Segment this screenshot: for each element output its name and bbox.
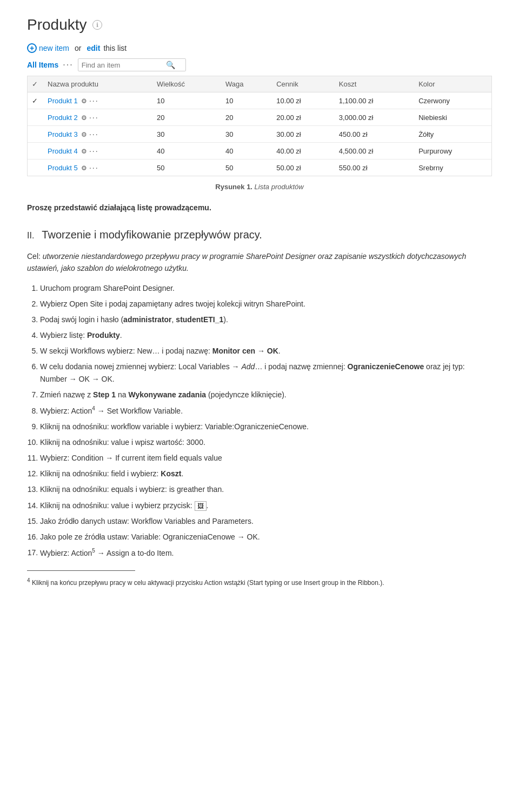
gear-icon[interactable]: ⚙ [81,114,87,122]
subheading-label: Cel: [27,252,43,261]
row-check [28,159,42,176]
toolbar: + new item or edit this list [27,43,492,53]
row-name: Produkt 3 ⚙ ··· [42,126,151,143]
new-item-label: new item [39,44,69,52]
instructions-list: Uruchom program SharePoint Designer.Wybi… [40,282,492,560]
instruction-step: Uruchom program SharePoint Designer. [40,282,492,295]
instruction-step: Podaj swój login i hasło (administrator,… [40,314,492,326]
toolbar-or-text: or [75,44,81,52]
row-kolor: Niebieski [413,109,491,126]
product-table: ✓ Nazwa produktu Wielkość Waga Cennik Ko… [28,76,491,176]
instruction-step: Wybierz: Action5 → Assign a to-do Item. [40,547,492,560]
search-input[interactable] [82,61,163,69]
gear-icon[interactable]: ⚙ [81,97,87,105]
th-koszt: Koszt [334,76,413,92]
row-name: Produkt 5 ⚙ ··· [42,159,151,176]
section-subheading: Cel: utworzenie niestandardowego przepły… [27,250,492,275]
row-koszt: 1,100.00 zł [334,92,413,109]
th-wielkosc: Wielkość [151,76,220,92]
row-check [28,109,42,126]
product-name-link[interactable]: Produkt 1 [48,97,78,105]
th-kolor: Kolor [413,76,491,92]
row-waga: 30 [220,126,271,143]
new-item-plus-icon: + [27,43,37,53]
gear-icon[interactable]: ⚙ [81,164,87,172]
th-cennik: Cennik [271,76,334,92]
instruction-step: Zmień nazwę z Step 1 na Wykonywane zadan… [40,389,492,401]
table-row: ✓ Produkt 1 ⚙ ··· 10 10 10.00 zł 1,100.0… [28,92,491,109]
row-waga: 40 [220,143,271,159]
row-cennik: 20.00 zł [271,109,334,126]
instruction-step: Wybierz: Condition → If current item fie… [40,452,492,464]
item-options-dots[interactable]: ··· [89,130,99,138]
row-waga: 10 [220,92,271,109]
product-name-link[interactable]: Produkt 4 [48,147,78,155]
th-nazwa: Nazwa produktu [42,76,151,92]
row-wielkosc: 50 [151,159,220,176]
row-koszt: 4,500.00 zł [334,143,413,159]
instruction-step: Jako źródło danych ustaw: Workflow Varia… [40,515,492,528]
row-koszt: 550.00 zł [334,159,413,176]
instruction-step: Wybierz Open Site i podaj zapamiętany ad… [40,298,492,310]
table-row: Produkt 3 ⚙ ··· 30 30 30.00 zł 450.00 zł… [28,126,491,143]
view-options-dots[interactable]: ··· [63,60,73,70]
table-caption: Rysunek 1. Lista produktów [27,183,492,191]
section-ii-row: II. Tworzenie i modyfikowanie przepływów… [27,223,492,248]
gear-icon[interactable]: ⚙ [81,131,87,138]
search-icon: 🔍 [166,61,175,69]
document-body: Proszę przedstawić działającą listę prow… [27,202,492,588]
row-cennik: 30.00 zł [271,126,334,143]
item-options-dots[interactable]: ··· [89,113,99,122]
row-wielkosc: 30 [151,126,220,143]
table-row: Produkt 5 ⚙ ··· 50 50 50.00 zł 550.00 zł… [28,159,491,176]
edit-link[interactable]: edit [86,44,100,52]
item-options-dots[interactable]: ··· [89,96,99,105]
roman-numeral: II. [27,228,34,243]
page-title: Produkty [27,16,87,34]
row-name: Produkt 1 ⚙ ··· [42,92,151,109]
row-check [28,143,42,159]
row-waga: 20 [220,109,271,126]
row-check [28,126,42,143]
new-item-link[interactable]: + new item [27,43,69,53]
row-kolor: Purpurowy [413,143,491,159]
product-name-link[interactable]: Produkt 3 [48,130,78,138]
instruction-step: W sekcji Workflows wybierz: New… i podaj… [40,345,492,357]
instruction-step: Kliknij na odnośniku: value i wybierz pr… [40,500,492,512]
subheading-text: utworzenie niestandardowego przepływu pr… [27,252,466,272]
row-kolor: Srebrny [413,159,491,176]
footnote-sup: 4 [27,577,30,583]
caption-text: Lista produktów [255,183,304,191]
info-icon[interactable]: ℹ [92,20,102,30]
all-items-button[interactable]: All Items [27,59,58,70]
item-options-dots[interactable]: ··· [89,163,99,172]
instruction-step: Kliknij na odnośniku: value i wpisz wart… [40,436,492,449]
row-waga: 50 [220,159,271,176]
th-waga: Waga [220,76,271,92]
product-table-wrapper: ✓ Nazwa produktu Wielkość Waga Cennik Ko… [27,76,492,176]
caption-label: Rysunek 1. [215,183,252,191]
item-options-dots[interactable]: ··· [89,147,99,155]
gear-icon[interactable]: ⚙ [81,148,87,155]
instruction-step: Wybierz: Action4 → Set Workflow Variable… [40,404,492,417]
row-wielkosc: 10 [151,92,220,109]
product-name-link[interactable]: Produkt 5 [48,164,78,172]
this-list-text: this list [103,44,127,52]
th-check: ✓ [28,76,42,92]
footnote-divider [27,570,135,571]
row-check: ✓ [28,92,42,109]
product-name-link[interactable]: Produkt 2 [48,114,78,122]
table-row: Produkt 2 ⚙ ··· 20 20 20.00 zł 3,000.00 … [28,109,491,126]
instruction-step: Kliknij na odnośniku: workflow variable … [40,421,492,433]
row-wielkosc: 40 [151,143,220,159]
doc-intro: Proszę przedstawić działającą listę prow… [27,202,492,215]
instruction-step: Jako pole ze źródła ustaw: Variable: Ogr… [40,531,492,543]
page-title-row: Produkty ℹ [27,16,492,34]
search-box: 🔍 [78,58,186,71]
row-kolor: Czerwony [413,92,491,109]
row-name: Produkt 2 ⚙ ··· [42,109,151,126]
row-cennik: 10.00 zł [271,92,334,109]
footnote-text: Kliknij na końcu przepływu pracy w celu … [32,579,384,587]
table-row: Produkt 4 ⚙ ··· 40 40 40.00 zł 4,500.00 … [28,143,491,159]
table-header-row: ✓ Nazwa produktu Wielkość Waga Cennik Ko… [28,76,491,92]
